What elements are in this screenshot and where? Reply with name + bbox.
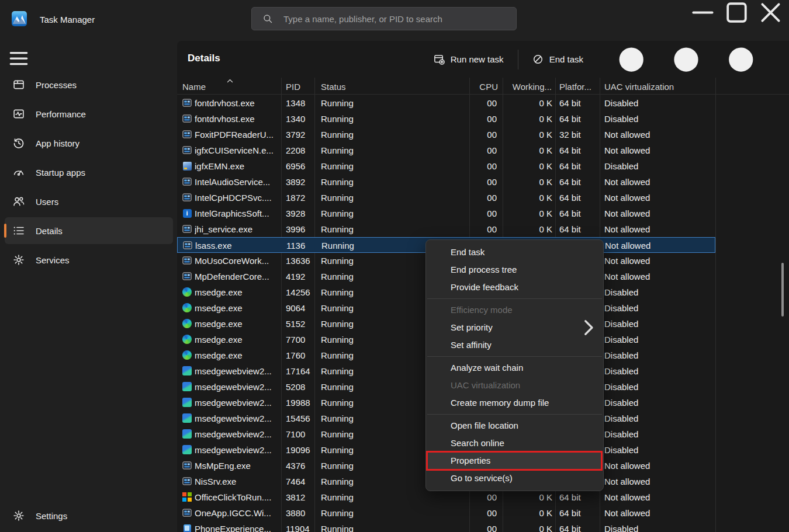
table-row[interactable]: PhoneExperience... 11904 Running 00 0 K … xyxy=(177,521,715,532)
exe-default-icon xyxy=(182,256,192,265)
context-menu-item-analyze-wait-chain[interactable]: Analyze wait chain xyxy=(426,359,603,377)
process-name: fontdrvhost.exe xyxy=(195,95,279,111)
column-header-working-set[interactable]: Working... xyxy=(503,78,552,95)
process-name: igfxEMN.exe xyxy=(195,158,279,174)
process-name: OneApp.IGCC.Wi... xyxy=(195,505,279,521)
table-row[interactable]: FoxitPDFReaderU... 3792 Running 00 0 K 3… xyxy=(177,127,715,142)
close-button[interactable] xyxy=(757,0,784,25)
exe-default-icon xyxy=(182,177,192,186)
context-menu-item-create-memory-dump-file[interactable]: Create memory dump file xyxy=(426,394,603,412)
context-menu-item-uac-virtualization[interactable]: UAC virtualization xyxy=(426,377,603,394)
table-row[interactable]: igfxCUIServiceN.e... 2208 Running 00 0 K… xyxy=(177,142,715,158)
process-status: Running xyxy=(321,111,438,127)
process-pid: 3996 xyxy=(286,221,313,237)
column-header-pid[interactable]: PID xyxy=(286,78,312,95)
process-uac-virtualization: Disabled xyxy=(604,158,713,174)
process-cpu: 00 xyxy=(469,127,497,142)
context-menu-item-label: Go to service(s) xyxy=(451,473,513,483)
context-menu-item-go-to-services[interactable]: Go to service(s) xyxy=(426,470,603,487)
run-new-task-button[interactable]: Run new task xyxy=(427,49,511,69)
table-row[interactable]: OneApp.IGCC.Wi... 3880 Running 00 0 K 64… xyxy=(177,505,715,521)
end-task-button[interactable]: End task xyxy=(525,49,590,69)
process-uac-virtualization: Disabled xyxy=(604,284,713,300)
context-menu-item-efficiency-mode[interactable]: Efficiency mode xyxy=(426,301,603,319)
process-uac-virtualization: Disabled xyxy=(604,442,713,458)
process-pid: 1340 xyxy=(286,111,313,127)
sidebar-item-details[interactable]: Details xyxy=(5,217,173,244)
column-header-cpu[interactable]: CPU xyxy=(469,78,498,95)
context-menu-item-set-affinity[interactable]: Set affinity xyxy=(426,336,603,354)
context-menu-item-end-process-tree[interactable]: End process tree xyxy=(426,261,603,279)
context-menu-item-search-online[interactable]: Search online xyxy=(426,434,603,452)
process-uac-virtualization: Not allowed xyxy=(604,253,713,269)
process-status: Running xyxy=(321,442,438,458)
sidebar-item-app-history[interactable]: App history xyxy=(5,130,173,157)
process-working-set: 0 K xyxy=(503,521,552,532)
context-menu-separator xyxy=(427,414,602,415)
table-row[interactable]: i IntelGraphicsSoft... 3928 Running 00 0… xyxy=(177,206,715,221)
column-header-name[interactable]: Name xyxy=(182,78,279,95)
context-menu-item-open-file-location[interactable]: Open file location xyxy=(426,417,603,434)
process-cpu: 00 xyxy=(469,521,497,532)
process-platform: 64 bit xyxy=(559,95,598,111)
process-name: IntelGraphicsSoft... xyxy=(195,206,279,221)
process-platform: 64 bit xyxy=(559,142,598,158)
process-pid: 19096 xyxy=(286,442,313,458)
process-uac-virtualization: Disabled xyxy=(604,316,713,332)
vertical-scrollbar-thumb[interactable] xyxy=(781,263,784,317)
edge-webview-icon xyxy=(182,382,192,391)
context-menu-item-label: Set affinity xyxy=(451,340,492,350)
page-title: Details xyxy=(188,53,220,64)
process-name: fontdrvhost.exe xyxy=(195,111,279,127)
process-working-set: 0 K xyxy=(503,95,552,111)
table-row[interactable]: fontdrvhost.exe 1340 Running 00 0 K 64 b… xyxy=(177,111,715,127)
submenu-chevron-icon xyxy=(583,319,595,336)
process-status: Running xyxy=(321,505,438,521)
process-platform: 32 bit xyxy=(559,127,598,142)
navigation-menu-button[interactable] xyxy=(7,48,30,69)
sidebar-item-services[interactable]: Services xyxy=(5,246,173,273)
context-menu-item-label: Set priority xyxy=(451,322,493,332)
context-menu-item-label: Create memory dump file xyxy=(451,398,549,408)
process-pid: 1136 xyxy=(286,238,313,253)
column-header-uac-virtualization[interactable]: UAC virtualization xyxy=(604,78,713,95)
context-menu-item-end-task[interactable]: End task xyxy=(426,244,603,261)
sidebar-item-users[interactable]: Users xyxy=(5,188,173,215)
context-menu-item-set-priority[interactable]: Set priority xyxy=(426,319,603,336)
process-cpu: 00 xyxy=(469,158,497,174)
process-status: Running xyxy=(321,347,438,363)
edge-browser-icon xyxy=(182,303,192,312)
search-input[interactable] xyxy=(283,14,516,24)
search-box[interactable] xyxy=(251,7,517,30)
sidebar-item-label: Settings xyxy=(36,511,67,521)
edge-webview-icon xyxy=(182,398,192,407)
process-cpu: 00 xyxy=(469,505,497,521)
context-menu-item-properties[interactable]: Properties xyxy=(426,452,603,470)
app-history-icon xyxy=(13,137,25,149)
process-name: msedgewebview2... xyxy=(195,363,279,379)
sidebar-item-label: Services xyxy=(36,255,70,265)
column-header-status[interactable]: Status xyxy=(321,78,438,95)
sidebar-item-settings[interactable]: Settings xyxy=(5,502,173,529)
maximize-button[interactable] xyxy=(723,0,750,25)
exe-default-icon xyxy=(182,477,192,486)
process-name: msedgewebview2... xyxy=(195,442,279,458)
table-row[interactable]: fontdrvhost.exe 1348 Running 00 0 K 64 b… xyxy=(177,95,715,111)
sidebar-item-performance[interactable]: Performance xyxy=(5,100,173,127)
exe-default-icon xyxy=(182,272,192,281)
table-row[interactable]: IntelAudioService... 3892 Running 00 0 K… xyxy=(177,174,715,190)
table-row[interactable]: jhi_service.exe 3996 Running 00 0 K 64 b… xyxy=(177,221,715,237)
column-header-platform[interactable]: Platfor... xyxy=(559,78,598,95)
sidebar-item-startup-apps[interactable]: Startup apps xyxy=(5,159,173,186)
process-pid: 7100 xyxy=(286,426,313,442)
sidebar-item-processes[interactable]: Processes xyxy=(5,71,173,98)
process-uac-virtualization: Disabled xyxy=(604,395,713,411)
table-row[interactable]: IntelCpHDCPSvc.... 1872 Running 00 0 K 6… xyxy=(177,190,715,206)
context-menu-item-provide-feedback[interactable]: Provide feedback xyxy=(426,279,603,296)
process-pid: 1348 xyxy=(286,95,313,111)
exe-default-icon xyxy=(182,98,192,107)
table-row[interactable]: igfxEMN.exe 6956 Running 00 0 K 64 bit D… xyxy=(177,158,715,174)
process-pid: 14256 xyxy=(286,284,313,300)
minimize-button[interactable] xyxy=(689,0,717,25)
table-row[interactable]: OfficeClickToRun.... 3812 Running 00 0 K… xyxy=(177,489,715,505)
